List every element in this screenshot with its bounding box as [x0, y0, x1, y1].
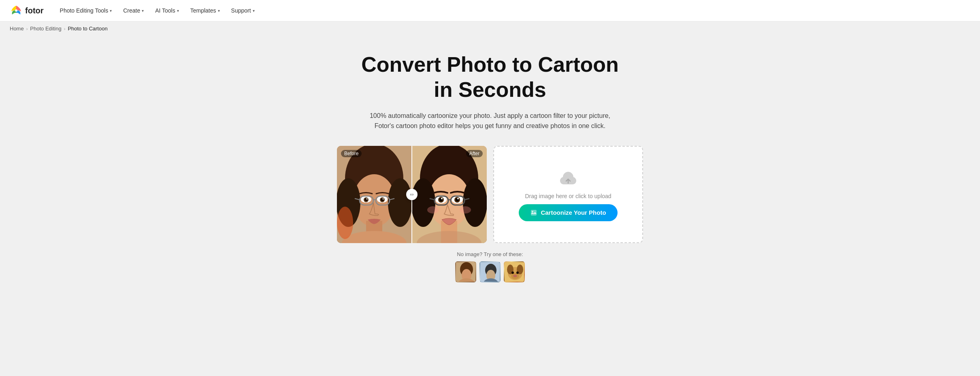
svg-point-22 — [337, 207, 353, 239]
before-after-image: Before After — [337, 146, 487, 243]
svg-point-46 — [532, 211, 533, 212]
photo-right — [412, 146, 487, 243]
navbar: fotor Photo Editing Tools ▾ Create ▾ AI … — [0, 0, 980, 21]
breadcrumb-sep-1: › — [26, 26, 28, 31]
hero-title: Convert Photo to Cartoon in Seconds — [352, 52, 628, 103]
breadcrumb-sep-2: › — [64, 26, 66, 31]
breadcrumb-photo-editing[interactable]: Photo Editing — [30, 26, 61, 32]
sample-thumb-woman[interactable] — [455, 261, 476, 282]
nav-item-photo-editing-tools[interactable]: Photo Editing Tools ▾ — [55, 5, 117, 16]
before-label: Before — [341, 150, 362, 157]
logo-link[interactable]: fotor — [10, 4, 44, 17]
tool-area: Before After — [337, 146, 643, 243]
svg-point-12 — [366, 198, 368, 199]
nav-item-support[interactable]: Support ▾ — [226, 5, 260, 16]
logo-text: fotor — [25, 6, 44, 15]
svg-point-1 — [15, 9, 17, 12]
svg-rect-45 — [531, 210, 537, 216]
nav-menu: Photo Editing Tools ▾ Create ▾ AI Tools … — [55, 5, 260, 16]
sample-label: No image? Try one of these: — [457, 251, 523, 257]
sample-thumb-dog[interactable] — [504, 261, 525, 282]
breadcrumb-home[interactable]: Home — [10, 26, 24, 32]
breadcrumb: Home › Photo Editing › Photo to Cartoon — [0, 21, 980, 36]
face-right-svg — [412, 146, 487, 243]
main-content: Convert Photo to Cartoon in Seconds 100%… — [0, 36, 980, 307]
cartoonize-button[interactable]: Cartoonize Your Photo — [519, 204, 617, 221]
sample-thumb-man[interactable] — [479, 261, 501, 282]
svg-point-61 — [516, 271, 519, 274]
sample-images — [455, 261, 525, 282]
chevron-down-icon: ▾ — [177, 9, 179, 13]
split-image: ⇔ — [337, 146, 487, 243]
nav-item-templates[interactable]: Templates ▾ — [185, 5, 225, 16]
sample-section: No image? Try one of these: — [455, 251, 525, 282]
photo-left — [337, 146, 412, 243]
svg-point-60 — [511, 271, 514, 274]
svg-point-37 — [457, 198, 459, 199]
svg-point-33 — [441, 198, 443, 199]
svg-point-26 — [412, 178, 435, 227]
fotor-logo-icon — [10, 4, 23, 17]
chevron-down-icon: ▾ — [110, 9, 112, 13]
nav-item-ai-tools[interactable]: AI Tools ▾ — [150, 5, 184, 16]
hero-subtitle: 100% automatically cartoonize your photo… — [369, 111, 611, 131]
chevron-down-icon: ▾ — [253, 9, 255, 13]
after-label: After — [466, 150, 483, 157]
breadcrumb-current: Photo to Cartoon — [68, 26, 107, 32]
face-left-svg — [337, 146, 412, 243]
cartoonize-icon — [530, 209, 537, 216]
svg-point-44 — [460, 206, 471, 214]
svg-point-62 — [513, 275, 517, 277]
svg-point-27 — [463, 178, 487, 227]
drag-handle[interactable]: ⇔ — [406, 189, 418, 200]
nav-item-create[interactable]: Create ▾ — [118, 5, 149, 16]
upload-text: Drag image here or click to upload — [525, 193, 611, 199]
chevron-down-icon: ▾ — [142, 9, 144, 13]
svg-point-43 — [427, 206, 439, 214]
upload-cloud-icon — [558, 168, 578, 188]
svg-point-16 — [383, 198, 384, 199]
chevron-down-icon: ▾ — [218, 9, 220, 13]
svg-point-6 — [388, 178, 412, 227]
upload-area[interactable]: Drag image here or click to upload Carto… — [493, 146, 643, 243]
